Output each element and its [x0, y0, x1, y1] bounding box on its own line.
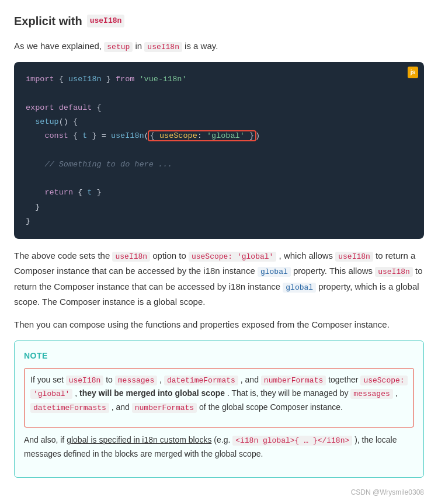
- note-bold: they will be merged into global scope: [79, 388, 225, 398]
- note-code1: useI18n: [66, 376, 104, 385]
- para1-code3: useI18n: [335, 252, 373, 262]
- note-code7: messages: [350, 389, 392, 399]
- js-badge: js: [408, 67, 418, 78]
- note-outer-code: <i18n global>{ … }</i18n>: [232, 436, 352, 446]
- note-title: NOTE: [24, 349, 414, 362]
- note-code8: datetimeFormasts: [30, 403, 109, 413]
- page-title: Explicit with useI18n: [14, 12, 424, 30]
- note-code6: 'global': [30, 389, 72, 399]
- note-outer-link: global is specified in i18n custom block…: [67, 435, 211, 444]
- note-inner-content: If you set useI18n to messages , datetim…: [30, 373, 408, 414]
- title-prefix: Explicit with: [14, 12, 82, 30]
- note-inner-box: If you set useI18n to messages , datetim…: [24, 368, 414, 427]
- para1-code1: useI18n: [112, 252, 150, 262]
- note-code4: numberFormats: [261, 376, 326, 385]
- para1-code4: global: [258, 267, 291, 277]
- para1-code5: useI18n: [375, 267, 413, 277]
- intro-code-setup: setup: [104, 42, 133, 52]
- watermark: CSDN @Wrysmile0308: [14, 487, 424, 498]
- para1: The above code sets the useI18n option t…: [14, 248, 424, 309]
- note-code3: datetimeFormats: [164, 376, 238, 385]
- note-outer-content: And also, if global is specified in i18n…: [24, 433, 414, 461]
- note-box: NOTE If you set useI18n to messages , da…: [14, 340, 424, 478]
- note-code2: messages: [115, 376, 157, 385]
- para2: Then you can compose using the functions…: [14, 317, 424, 332]
- code-pre: import { useI18n } from 'vue-i18n' expor…: [26, 72, 412, 228]
- title-code: useI18n: [87, 15, 125, 28]
- para1-code2: useScope: 'global': [189, 252, 276, 262]
- code-block: js import { useI18n } from 'vue-i18n' ex…: [14, 62, 424, 239]
- intro-paragraph: As we have explained, setup in useI18n i…: [14, 39, 424, 54]
- note-code9: numberFormats: [132, 403, 197, 413]
- note-code5: useScope:: [360, 376, 407, 385]
- para1-code6: global: [283, 283, 316, 293]
- intro-code-usei18n: useI18n: [144, 42, 182, 52]
